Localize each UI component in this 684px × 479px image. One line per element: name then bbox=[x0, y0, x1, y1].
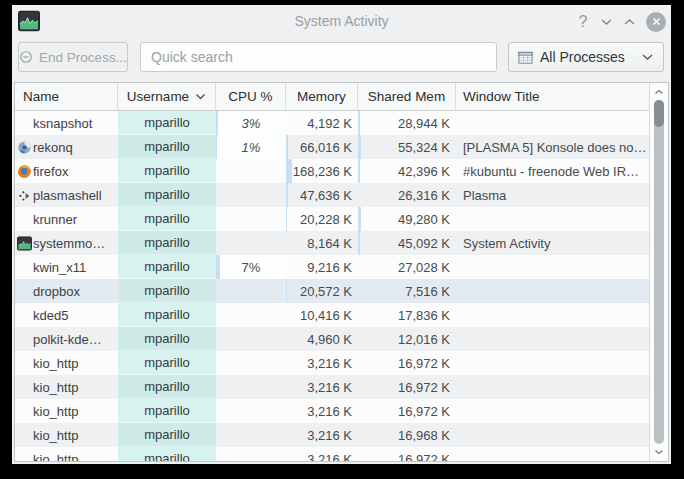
column-header-window-title[interactable]: Window Title bbox=[456, 83, 649, 110]
username-cell: mparillo bbox=[118, 303, 216, 327]
memory-cell: 10,416 K bbox=[286, 303, 358, 327]
table-body: ksnapshot mparillo 3% 4,192 K 28,944 K r… bbox=[15, 111, 649, 461]
no-icon bbox=[17, 356, 32, 371]
cpu-cell bbox=[216, 375, 286, 399]
table-header: Name Username CPU % Memory Shared Mem Wi… bbox=[15, 83, 649, 111]
username-cell: mparillo bbox=[118, 135, 216, 159]
cpu-cell bbox=[216, 207, 286, 231]
cpu-cell bbox=[216, 423, 286, 447]
process-name-cell: plasmashell bbox=[15, 183, 118, 207]
minimize-button[interactable] bbox=[600, 18, 613, 26]
table-row[interactable]: krunner mparillo 20,228 K 49,280 K bbox=[15, 207, 649, 231]
window-title-cell bbox=[456, 351, 649, 375]
memory-cell: 8,164 K bbox=[286, 231, 358, 255]
memory-usage-bar bbox=[286, 183, 288, 207]
process-name-cell: rekonq bbox=[15, 135, 118, 159]
system-monitor-icon bbox=[17, 236, 32, 251]
shared-mem-cell: 42,396 K bbox=[358, 159, 456, 183]
cpu-cell: 7% bbox=[216, 255, 286, 279]
chevron-up-icon bbox=[654, 89, 664, 95]
table-row[interactable]: ksnapshot mparillo 3% 4,192 K 28,944 K bbox=[15, 111, 649, 135]
table-row[interactable]: kded5 mparillo 10,416 K 17,836 K bbox=[15, 303, 649, 327]
table-row[interactable]: kio_http mparillo 3,216 K 16,972 K bbox=[15, 399, 649, 423]
username-cell: mparillo bbox=[118, 399, 216, 423]
memory-cell: 3,216 K bbox=[286, 399, 358, 423]
no-icon bbox=[17, 212, 32, 227]
column-header-memory[interactable]: Memory bbox=[286, 83, 358, 110]
chevron-down-icon bbox=[641, 53, 654, 61]
system-monitor-app-icon[interactable] bbox=[18, 10, 40, 32]
memory-cell: 168,236 K bbox=[286, 159, 358, 183]
column-header-username[interactable]: Username bbox=[118, 83, 216, 110]
table-row[interactable]: kio_http mparillo 3,216 K 16,972 K bbox=[15, 447, 649, 461]
chevron-up-icon bbox=[623, 18, 636, 26]
column-header-name[interactable]: Name bbox=[15, 83, 118, 110]
table-row[interactable]: kio_http mparillo 3,216 K 16,972 K bbox=[15, 351, 649, 375]
memory-usage-bar bbox=[286, 159, 292, 183]
scrollbar-track[interactable] bbox=[654, 100, 664, 444]
process-filter-value: All Processes bbox=[540, 49, 625, 65]
memory-usage-bar bbox=[286, 207, 287, 231]
close-button[interactable] bbox=[646, 12, 666, 32]
table-row[interactable]: kio_http mparillo 3,216 K 16,972 K bbox=[15, 375, 649, 399]
username-cell: mparillo bbox=[118, 375, 216, 399]
chevron-down-icon bbox=[600, 18, 613, 26]
table-row[interactable]: systemmo… mparillo 8,164 K 45,092 K Syst… bbox=[15, 231, 649, 255]
window-title-cell bbox=[456, 303, 649, 327]
table-row[interactable]: kwin_x11 mparillo 7% 9,216 K 27,028 K bbox=[15, 255, 649, 279]
shared-mem-cell: 26,316 K bbox=[358, 183, 456, 207]
column-header-shared-mem[interactable]: Shared Mem bbox=[358, 83, 456, 110]
memory-cell: 47,636 K bbox=[286, 183, 358, 207]
process-name-cell: systemmo… bbox=[15, 231, 118, 255]
window-title-cell: #kubuntu - freenode Web IR… bbox=[456, 159, 649, 183]
shared-mem-usage-bar bbox=[358, 231, 360, 255]
scrollbar-thumb[interactable] bbox=[654, 100, 664, 127]
search-input[interactable] bbox=[140, 42, 497, 72]
table-row[interactable]: polkit-kde… mparillo 4,960 K 12,016 K bbox=[15, 327, 649, 351]
no-icon bbox=[17, 332, 32, 347]
chevron-down-icon bbox=[654, 449, 664, 455]
memory-cell: 20,572 K bbox=[286, 279, 358, 303]
maximize-button[interactable] bbox=[623, 18, 636, 26]
memory-usage-bar bbox=[286, 135, 288, 159]
window-title-cell bbox=[456, 399, 649, 423]
end-process-icon bbox=[19, 50, 33, 64]
rekonq-icon bbox=[17, 140, 32, 155]
process-name-cell: ksnapshot bbox=[15, 111, 118, 135]
sort-indicator-icon bbox=[195, 93, 206, 100]
process-name-cell: firefox bbox=[15, 159, 118, 183]
shared-mem-usage-bar bbox=[358, 207, 361, 231]
window-title-cell bbox=[456, 447, 649, 461]
username-cell: mparillo bbox=[118, 159, 216, 183]
shared-mem-cell: 55,324 K bbox=[358, 135, 456, 159]
scroll-up-button[interactable] bbox=[650, 86, 668, 98]
shared-mem-cell: 7,516 K bbox=[358, 279, 456, 303]
table-row[interactable]: plasmashell mparillo 47,636 K 26,316 K P… bbox=[15, 183, 649, 207]
shared-mem-cell: 17,836 K bbox=[358, 303, 456, 327]
column-header-cpu[interactable]: CPU % bbox=[216, 83, 286, 110]
process-table: Name Username CPU % Memory Shared Mem Wi… bbox=[14, 82, 669, 462]
process-name-cell: krunner bbox=[15, 207, 118, 231]
table-row[interactable]: dropbox mparillo 20,572 K 7,516 K bbox=[15, 279, 649, 303]
cpu-cell bbox=[216, 399, 286, 423]
process-name-cell: kio_http bbox=[15, 375, 118, 399]
cpu-cell bbox=[216, 327, 286, 351]
shared-mem-cell: 16,968 K bbox=[358, 423, 456, 447]
memory-cell: 66,016 K bbox=[286, 135, 358, 159]
table-row[interactable]: kio_http mparillo 3,216 K 16,968 K bbox=[15, 423, 649, 447]
window-title-cell bbox=[456, 327, 649, 351]
end-process-button[interactable]: End Process... bbox=[18, 42, 128, 72]
scroll-down-button[interactable] bbox=[650, 446, 668, 458]
process-filter-dropdown[interactable]: All Processes bbox=[508, 42, 664, 72]
table-row[interactable]: firefox mparillo 168,236 K 42,396 K #kub… bbox=[15, 159, 649, 183]
cpu-cell: 3% bbox=[216, 111, 286, 135]
no-icon bbox=[17, 428, 32, 443]
no-icon bbox=[17, 380, 32, 395]
table-row[interactable]: rekonq mparillo 1% 66,016 K 55,324 K [PL… bbox=[15, 135, 649, 159]
shared-mem-usage-bar bbox=[358, 111, 360, 135]
memory-cell: 3,216 K bbox=[286, 351, 358, 375]
window-title-cell bbox=[456, 255, 649, 279]
help-button[interactable]: ? bbox=[576, 13, 590, 31]
memory-usage-bar bbox=[286, 279, 287, 303]
cpu-cell bbox=[216, 351, 286, 375]
